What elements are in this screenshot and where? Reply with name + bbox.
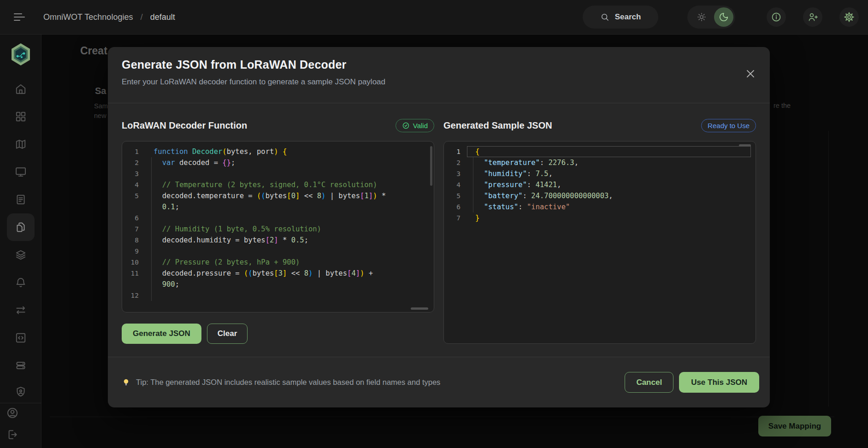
code-text: decoded.humidity = bytes[2] * 0.5;	[145, 235, 429, 246]
search-icon	[600, 12, 609, 22]
file-text-icon	[15, 194, 27, 206]
json-panel: Generated Sample JSON Ready to Use 1{2 "…	[443, 119, 756, 344]
breadcrumb-workspace[interactable]: default	[150, 12, 175, 22]
sidebar-item-api[interactable]	[7, 324, 35, 352]
vertical-scrollbar[interactable]	[430, 146, 432, 186]
sidebar-item-dashboard[interactable]	[7, 103, 35, 130]
line-number: 9	[122, 246, 145, 257]
dark-mode-button[interactable]	[714, 7, 733, 27]
line-number	[122, 279, 145, 290]
code-line: 0.1;	[122, 201, 434, 212]
code-text: "temperature": 2276.3,	[467, 157, 751, 168]
sidebar-item-notifications[interactable]	[7, 269, 35, 296]
sidebar-item-home[interactable]	[7, 75, 35, 103]
line-number: 6	[122, 212, 145, 224]
scrollbar-thumb[interactable]	[739, 144, 751, 147]
home-icon	[15, 83, 27, 95]
line-number: 3	[444, 168, 467, 179]
theme-toggle	[687, 6, 735, 29]
copy-icon	[15, 221, 27, 233]
code-text	[145, 290, 429, 301]
line-number: 4	[122, 179, 145, 190]
code-text: // Pressure (2 bytes, hPa + 900)	[145, 257, 429, 268]
line-number: 2	[122, 157, 145, 168]
close-button[interactable]	[743, 66, 758, 81]
code-line: 7 // Humidity (1 byte, 0.5% resolution)	[122, 224, 434, 235]
layers-icon	[15, 249, 27, 261]
generate-json-button[interactable]: Generate JSON	[122, 324, 201, 344]
line-number: 5	[444, 190, 467, 201]
sidebar-item-logs[interactable]	[7, 186, 35, 213]
line-number: 3	[122, 168, 145, 179]
code-text: "pressure": 41421,	[467, 179, 751, 190]
code-line: 5 "battery": 24.700000000000003,	[444, 190, 756, 201]
sidebar-item-account[interactable]	[6, 407, 19, 419]
code-text: function Decoder(bytes, port) {	[145, 146, 429, 157]
code-line: 11 decoded.pressure = ((bytes[3] << 8) |…	[122, 268, 434, 279]
code-line: 6	[122, 212, 434, 224]
code-text: var decoded = {};	[145, 157, 429, 168]
line-number	[122, 201, 145, 212]
sidebar-item-mappings[interactable]	[7, 213, 35, 241]
ready-badge-label: Ready to Use	[708, 122, 750, 130]
decoder-panel-heading: LoRaWAN Decoder Function	[122, 120, 247, 131]
code-text: {	[467, 146, 751, 157]
cancel-button[interactable]: Cancel	[625, 372, 673, 393]
sidebar-item-transfers[interactable]	[7, 296, 35, 324]
tip-row: Tip: The generated JSON includes realist…	[122, 378, 440, 387]
decoder-code-editor[interactable]: 1function Decoder(bytes, port) {2 var de…	[122, 141, 434, 312]
code-line: 12	[122, 290, 434, 301]
sidebar-item-security[interactable]	[7, 378, 35, 406]
code-line: 3	[122, 168, 434, 179]
horizontal-scrollbar[interactable]	[411, 307, 428, 310]
sidebar-item-map[interactable]	[7, 130, 35, 158]
json-panel-heading: Generated Sample JSON	[443, 120, 552, 131]
sidebar-item-devices[interactable]	[7, 158, 35, 186]
sidebar-item-logout[interactable]	[6, 429, 18, 441]
user-plus-icon	[807, 12, 818, 23]
settings-button[interactable]	[839, 7, 859, 27]
user-circle-icon	[6, 407, 19, 419]
sidebar-divider	[0, 403, 41, 403]
close-icon	[745, 68, 756, 79]
modal-subtitle: Enter your LoRaWAN decoder function to g…	[122, 77, 756, 87]
menu-icon[interactable]	[14, 8, 32, 26]
code-line: 7}	[444, 212, 756, 224]
indent-guide	[473, 157, 473, 212]
line-number: 12	[122, 290, 145, 301]
circle-check-icon	[402, 122, 410, 130]
line-number: 4	[444, 179, 467, 190]
json-code-editor[interactable]: 1{2 "temperature": 2276.3,3 "humidity": …	[443, 141, 756, 344]
info-button[interactable]	[767, 7, 786, 27]
modal-body: LoRaWAN Decoder Function Valid 1function…	[108, 119, 770, 344]
code-line: 4 // Temperature (2 bytes, signed, 0.1°C…	[122, 179, 434, 190]
code-text: 900;	[145, 279, 429, 290]
tip-text: Tip: The generated JSON includes realist…	[136, 378, 440, 387]
generate-json-modal: Generate JSON from LoRaWAN Decoder Enter…	[108, 47, 770, 407]
breadcrumb-org[interactable]: OmniWOT Technologies	[43, 12, 133, 22]
grid-icon	[15, 111, 27, 123]
sidebar-item-layers[interactable]	[7, 241, 35, 269]
invite-user-button[interactable]	[803, 7, 822, 27]
line-number: 8	[122, 235, 145, 246]
clear-button[interactable]: Clear	[207, 324, 248, 344]
line-number: 1	[122, 146, 145, 157]
sidebar-item-storage[interactable]	[7, 352, 35, 379]
code-line: 1{	[444, 146, 756, 157]
code-line: 10 // Pressure (2 bytes, hPa + 900)	[122, 257, 434, 268]
gear-icon	[844, 12, 855, 23]
ready-badge: Ready to Use	[701, 119, 756, 132]
omniwot-logo-icon[interactable]	[10, 43, 31, 66]
use-this-json-button[interactable]: Use This JSON	[679, 372, 759, 393]
code-text: "humidity": 7.5,	[467, 168, 751, 179]
top-header: OmniWOT Technologies / default Search	[0, 0, 868, 35]
code-text: 0.1;	[145, 201, 429, 212]
code-text: "battery": 24.700000000000003,	[467, 190, 751, 201]
header-actions: Search	[583, 6, 859, 29]
database-icon	[15, 360, 27, 371]
indent-guide	[151, 157, 152, 301]
light-mode-button[interactable]	[689, 12, 714, 22]
decoder-panel: LoRaWAN Decoder Function Valid 1function…	[122, 119, 434, 344]
line-number: 2	[444, 157, 467, 168]
search-button[interactable]: Search	[583, 6, 658, 29]
